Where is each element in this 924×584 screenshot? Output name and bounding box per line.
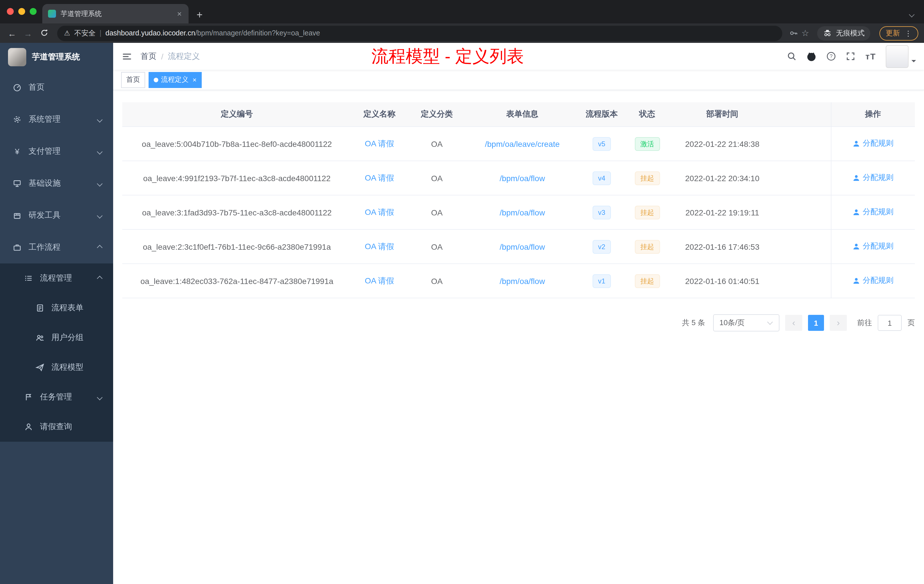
sidebar-item-infrastructure[interactable]: 基础设施 xyxy=(0,167,113,200)
help-icon[interactable]: ? xyxy=(827,51,836,61)
address-bar[interactable]: ⚠ 不安全 | dashboard.yudao.iocoder.cn/bpm/m… xyxy=(57,25,782,41)
table-row: oa_leave:1:482ec033-762a-11ec-8477-a2380… xyxy=(122,264,915,298)
user-avatar-menu[interactable] xyxy=(886,45,916,68)
page-content: 定义编号 定义名称 定义分类 表单信息 流程版本 状态 部署时间 操作 xyxy=(113,90,924,584)
url-text[interactable]: dashboard.yudao.iocoder.cn/bpm/manager/d… xyxy=(106,29,320,37)
sidebar-item-task-management[interactable]: 任务管理 xyxy=(0,382,113,412)
breadcrumb-home[interactable]: 首页 xyxy=(140,51,157,61)
fullscreen-icon[interactable] xyxy=(846,51,856,61)
logo-avatar xyxy=(8,48,26,66)
browser-toolbar: ← → ⚠ 不安全 | dashboard.yudao.iocoder.cn/b… xyxy=(0,23,924,43)
assign-rule-link[interactable]: 分配规则 xyxy=(853,241,894,252)
assign-rule-link[interactable]: 分配规则 xyxy=(853,173,894,183)
pagination-total: 共 5 条 xyxy=(682,318,705,328)
sidebar-item-process-model[interactable]: 流程模型 xyxy=(0,353,113,382)
back-button[interactable]: ← xyxy=(6,29,18,38)
tab-strip: 芋道管理系统 × + xyxy=(0,0,924,23)
sidebar-item-label: 基础设施 xyxy=(28,178,91,188)
bookmark-star-icon[interactable]: ☆ xyxy=(802,28,809,38)
browser-window: 芋道管理系统 × + ← → ⚠ 不安全 | dashboard.yudao.i… xyxy=(0,0,924,584)
definition-name-link[interactable]: OA 请假 xyxy=(365,139,394,148)
next-page-button[interactable]: › xyxy=(830,315,847,331)
sidebar-item-label: 流程模型 xyxy=(51,362,104,373)
close-window-button[interactable] xyxy=(7,8,14,15)
sidebar-item-process-management[interactable]: 流程管理 xyxy=(0,264,113,293)
tab-search-chevron-icon[interactable] xyxy=(910,8,916,19)
forward-button[interactable]: → xyxy=(22,29,34,38)
definition-name-link[interactable]: OA 请假 xyxy=(365,173,394,182)
monitor-icon xyxy=(13,179,22,188)
sidebar: 芋道管理系统 首页 系统管理 ¥ 支付管理 xyxy=(0,43,113,584)
tag-process-definition[interactable]: 流程定义 × xyxy=(148,72,202,88)
definition-id-cell: oa_leave:1:482ec033-762a-11ec-8477-a2380… xyxy=(122,264,351,298)
definition-name-link[interactable]: OA 请假 xyxy=(365,207,394,216)
form-info-link[interactable]: /bpm/oa/flow xyxy=(500,173,545,183)
prev-page-button[interactable]: ‹ xyxy=(785,315,802,331)
sidebar-item-label: 用户分组 xyxy=(51,333,104,343)
incognito-label: 无痕模式 xyxy=(836,28,865,38)
hamburger-icon[interactable] xyxy=(113,51,140,61)
font-size-icon[interactable]: тT xyxy=(865,51,876,61)
maximize-window-button[interactable] xyxy=(30,8,36,15)
assign-rule-link[interactable]: 分配规则 xyxy=(853,207,894,218)
deploy-time-cell: 2022-01-16 01:40:51 xyxy=(669,264,776,298)
document-icon xyxy=(35,304,45,313)
annotation-title: 流程模型 - 定义列表 xyxy=(371,45,524,68)
assign-rule-link[interactable]: 分配规则 xyxy=(853,276,894,286)
category-cell: OA xyxy=(408,264,466,298)
search-icon[interactable] xyxy=(787,51,797,61)
assign-rule-link[interactable]: 分配规则 xyxy=(853,139,894,149)
definition-name-link[interactable]: OA 请假 xyxy=(365,276,394,285)
browser-menu-kebab-icon[interactable]: ⋮ xyxy=(904,30,912,37)
tab-close-icon[interactable]: × xyxy=(176,9,183,18)
avatar[interactable] xyxy=(886,45,909,68)
sidebar-item-label: 研发工具 xyxy=(28,210,91,221)
sidebar-item-leave-query[interactable]: 请假查询 xyxy=(0,412,113,442)
not-secure-label[interactable]: 不安全 xyxy=(74,28,96,38)
sidebar-item-label: 流程管理 xyxy=(40,273,91,284)
form-info-link[interactable]: /bpm/oa/flow xyxy=(500,242,545,251)
form-info-link[interactable]: /bpm/oa/flow xyxy=(500,276,545,285)
sidebar-item-system-management[interactable]: 系统管理 xyxy=(0,104,113,135)
chrome-update-button[interactable]: 更新 ⋮ xyxy=(879,26,918,40)
github-icon[interactable] xyxy=(807,51,817,61)
user-group-icon xyxy=(35,333,45,342)
sidebar-item-home[interactable]: 首页 xyxy=(0,71,113,104)
browser-tab[interactable]: 芋道管理系统 × xyxy=(42,4,188,23)
definition-name-link[interactable]: OA 请假 xyxy=(365,241,394,251)
sidebar-item-dev-tools[interactable]: 研发工具 xyxy=(0,200,113,231)
goto-label: 前往 xyxy=(857,318,872,328)
sidebar-item-workflow[interactable]: 工作流程 xyxy=(0,231,113,264)
form-info-link[interactable]: /bpm/oa/flow xyxy=(500,208,545,217)
chevron-down-icon xyxy=(97,148,102,154)
sidebar-item-payment-management[interactable]: ¥ 支付管理 xyxy=(0,135,113,167)
pagination: 共 5 条 10条/页 ‹ 1 › 前往 页 xyxy=(122,314,915,332)
definition-id-cell: oa_leave:3:1fad3d93-7b75-11ec-a3c8-acde4… xyxy=(122,195,351,229)
paper-plane-icon xyxy=(35,363,45,372)
tag-close-icon[interactable]: × xyxy=(193,76,196,84)
page-size-select[interactable]: 10条/页 xyxy=(713,314,779,332)
active-tag-dot xyxy=(154,78,158,82)
sidebar-item-user-group[interactable]: 用户分组 xyxy=(0,323,113,353)
reload-button[interactable] xyxy=(38,28,50,38)
app-frame: 芋道管理系统 首页 系统管理 ¥ 支付管理 xyxy=(0,43,924,584)
page-number-1[interactable]: 1 xyxy=(808,315,824,331)
tab-favicon xyxy=(48,10,56,18)
user-icon xyxy=(853,243,860,250)
password-key-icon[interactable] xyxy=(789,28,798,38)
table-row: oa_leave:5:004b710b-7b8a-11ec-8ef0-acde4… xyxy=(122,127,915,161)
deploy-time-cell: 2022-01-16 17:46:53 xyxy=(669,229,776,264)
sidebar-item-label: 工作流程 xyxy=(28,242,91,252)
minimize-window-button[interactable] xyxy=(18,8,25,15)
form-info-link[interactable]: /bpm/oa/leave/create xyxy=(485,139,560,148)
new-tab-button[interactable]: + xyxy=(196,10,203,20)
goto-page-input[interactable] xyxy=(878,315,902,331)
sidebar-item-process-form[interactable]: 流程表单 xyxy=(0,293,113,323)
chevron-down-icon xyxy=(97,213,102,218)
col-spacer xyxy=(776,102,831,127)
table-row: oa_leave:2:3c1f0ef1-76b1-11ec-9c66-a2380… xyxy=(122,229,915,264)
top-navbar: 首页 / 流程定义 流程模型 - 定义列表 ? xyxy=(113,43,924,70)
definition-table: 定义编号 定义名称 定义分类 表单信息 流程版本 状态 部署时间 操作 xyxy=(122,102,915,298)
tag-home[interactable]: 首页 xyxy=(121,72,145,88)
col-process-version: 流程版本 xyxy=(578,102,625,127)
